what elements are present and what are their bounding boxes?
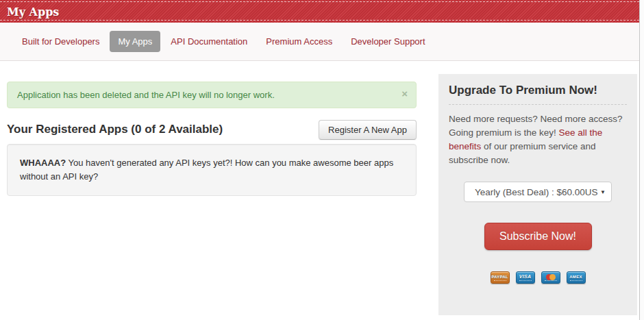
vertical-scrollbar[interactable] (639, 0, 644, 320)
empty-state-well: WHAAAA? You haven't generated any API ke… (7, 144, 417, 196)
registered-apps-header: Your Registered Apps (0 of 2 Available) … (7, 118, 417, 141)
empty-state-lead: WHAAAA? (20, 158, 66, 168)
chevron-down-icon: ▼ (600, 189, 606, 195)
nav-item-my-apps[interactable]: My Apps (110, 31, 160, 52)
page-title: My Apps (7, 5, 59, 18)
premium-heading: Upgrade To Premium Now! (449, 82, 627, 105)
plan-select-row: Yearly (Best Deal) : $60.00USD ▼ (449, 182, 627, 202)
premium-description: Need more requests? Need more access? Go… (449, 112, 627, 167)
paypal-card-icon: PAYPAL (491, 271, 510, 284)
registered-apps-heading: Your Registered Apps (0 of 2 Available) (7, 123, 223, 136)
amex-card-icon: AMEX (567, 271, 586, 284)
payment-methods: PAYPAL VISA AMEX (449, 271, 627, 284)
nav-item-api-documentation[interactable]: API Documentation (162, 31, 256, 52)
register-new-app-button[interactable]: Register A New App (319, 120, 417, 140)
alert-message: Application has been deleted and the API… (17, 90, 275, 100)
page-header-banner: My Apps (0, 0, 639, 23)
nav-item-developer-support[interactable]: Developer Support (343, 31, 433, 52)
empty-state-text: You haven't generated any API keys yet?!… (20, 158, 393, 182)
my-apps-page: My Apps Built for Developers My Apps API… (0, 0, 644, 320)
premium-upsell-panel: Upgrade To Premium Now! Need more reques… (438, 74, 637, 315)
mastercard-yellow-circle (549, 274, 556, 280)
visa-card-icon: VISA (516, 271, 535, 284)
success-alert: Application has been deleted and the API… (7, 82, 417, 108)
main-nav: Built for Developers My Apps API Documen… (0, 23, 639, 61)
nav-item-premium-access[interactable]: Premium Access (258, 31, 340, 52)
close-icon[interactable]: × (401, 88, 408, 99)
mastercard-card-icon (541, 271, 560, 284)
nav-item-built-for-developers[interactable]: Built for Developers (14, 31, 108, 52)
plan-select[interactable]: Yearly (Best Deal) : $60.00USD ▼ (464, 182, 612, 202)
subscribe-row: Subscribe Now! (449, 223, 627, 250)
plan-select-value: Yearly (Best Deal) : $60.00USD (475, 187, 598, 197)
subscribe-now-button[interactable]: Subscribe Now! (484, 223, 592, 250)
